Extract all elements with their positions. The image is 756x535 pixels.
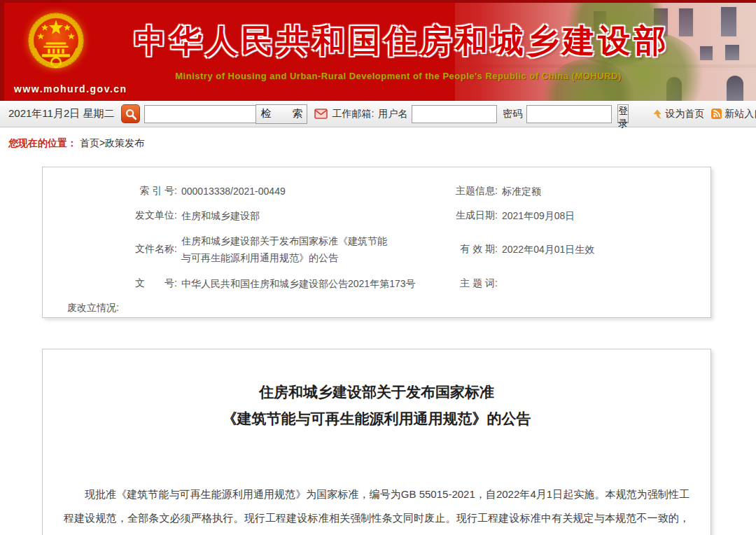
breadcrumb: 您现在的位置： 首页>政策发布 — [8, 137, 144, 150]
announcement-box: 住房和城乡建设部关于发布国家标准 《建筑节能与可再生能源利用通用规范》的公告 现… — [42, 349, 711, 535]
meta-row-valid-date: 有 效 期: 2022年04月01日生效 — [435, 228, 701, 271]
meta-row-doc-number: 文 号: 中华人民共和国住房和城乡建设部公告2021年第173号 — [43, 271, 435, 296]
meta-row-generate-date: 生成日期: 2021年09月08日 — [435, 203, 701, 228]
document-meta-box: 索 引 号: 000013338/2021-00449 发文单位: 住房和城乡建… — [42, 167, 711, 318]
announcement-body: 现批准《建筑节能与可再生能源利用通用规范》为国家标准，编号为GB 55015-2… — [64, 482, 690, 535]
meta-row-file-name: 文件名称: 住房和城乡建设部关于发布国家标准《建筑节能与可再生能源利用通用规范》… — [43, 228, 435, 271]
login-button[interactable]: 登录 — [617, 104, 629, 123]
search-input[interactable] — [144, 105, 256, 123]
username-input[interactable] — [412, 105, 497, 123]
breadcrumb-label: 您现在的位置： — [8, 137, 77, 148]
page: www.mohurd.gov.cn 中华人民共和国住房和城乡建设部 Minist… — [0, 0, 756, 535]
announcement-title: 住房和城乡建设部关于发布国家标准 《建筑节能与可再生能源利用通用规范》的公告 — [43, 379, 710, 432]
meta-row-index-number: 索 引 号: 000013338/2021-00449 — [43, 179, 435, 203]
site-url: www.mohurd.gov.cn — [14, 83, 127, 95]
site-header: www.mohurd.gov.cn 中华人民共和国住房和城乡建设部 Minist… — [0, 0, 756, 101]
breadcrumb-trail[interactable]: 首页>政策发布 — [80, 137, 144, 148]
search-button[interactable]: 检 索 — [255, 104, 307, 124]
site-subtitle-en: Ministry of Housing and Urban-Rural Deve… — [122, 71, 675, 81]
password-input[interactable] — [526, 105, 612, 123]
meta-row-issuing-unit: 发文单位: 住房和城乡建设部 — [43, 203, 435, 228]
meta-row-keywords: 主 题 词: — [435, 271, 701, 296]
rss-icon — [711, 109, 722, 119]
meta-column-left: 索 引 号: 000013338/2021-00449 发文单位: 住房和城乡建… — [43, 179, 435, 317]
site-title: 中华人民共和国住房和城乡建设部 — [122, 20, 682, 63]
username-label: 用户名 — [378, 108, 407, 120]
magnifier-icon — [125, 108, 137, 120]
mail-icon — [314, 109, 328, 119]
toolbar: 2021年11月2日 星期二 检 索 工作邮箱: 用户名 密码 登录 — [0, 101, 756, 127]
meta-row-topic-info: 主题信息: 标准定额 — [435, 179, 701, 203]
new-site-link[interactable]: 新站入口 — [711, 108, 756, 120]
national-emblem-icon — [27, 7, 85, 81]
date-text: 2021年11月2日 星期二 — [8, 107, 114, 120]
set-home-link[interactable]: 设为首页 — [652, 108, 704, 120]
meta-column-right: 主题信息: 标准定额 生成日期: 2021年09月08日 有 效 期: 2022… — [435, 179, 701, 317]
password-label: 密码 — [503, 108, 522, 120]
announcement-title-line2: 《建筑节能与可再生能源利用通用规范》的公告 — [43, 405, 710, 432]
search-icon-button[interactable] — [121, 104, 140, 123]
meta-row-repeal-status: 废改立情况: — [43, 296, 435, 320]
announcement-title-line1: 住房和城乡建设部关于发布国家标准 — [43, 379, 710, 405]
mail-label: 工作邮箱: — [332, 108, 374, 120]
up-arrow-icon — [652, 109, 662, 119]
